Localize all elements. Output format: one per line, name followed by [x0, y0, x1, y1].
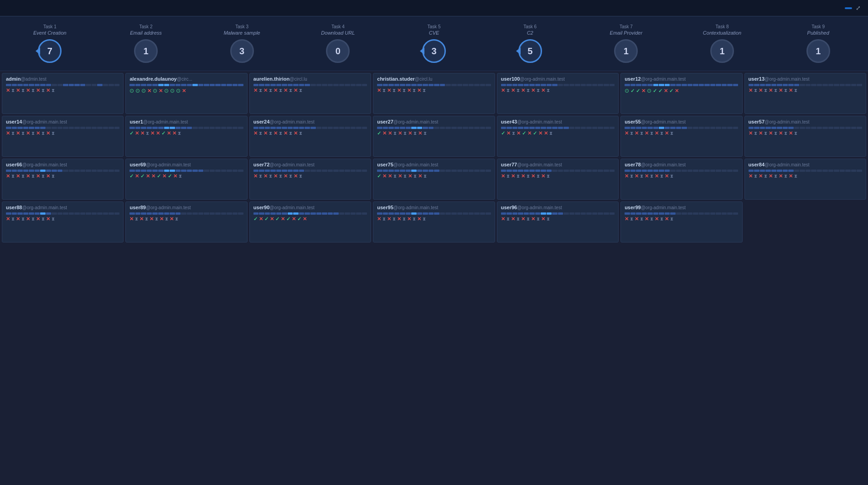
task-name-2: Email address — [130, 30, 162, 36]
status-hourglass: ⧗ — [670, 131, 673, 136]
status-circle-check: ⊙ — [129, 88, 134, 94]
user-card: user27@org-admin.main.test✓✕✕⧗✕⧗✕⧗✕⧗ — [373, 116, 495, 157]
task-circle-2[interactable]: 1 — [134, 39, 158, 63]
user-name: user72@org-admin.main.test — [253, 162, 367, 167]
status-cross: ✕ — [408, 173, 412, 179]
status-cross: ✕ — [6, 216, 10, 222]
status-cross: ✕ — [382, 130, 387, 136]
status-hourglass: ⧗ — [754, 174, 757, 179]
user-card: user55@org-admin.main.test✕⧗✕⧗✕⧗✕⧗✕⧗ — [620, 116, 742, 157]
status-hourglass: ⧗ — [517, 88, 520, 93]
status-hourglass: ⧗ — [517, 217, 520, 222]
task-circle-9[interactable]: 1 — [806, 39, 830, 63]
user-card: user13@org-admin.main.test✕⧗✕⧗✕⧗✕⧗✕⧗ — [744, 73, 866, 114]
task-item-4[interactable]: Task 4Download URL0 — [290, 16, 386, 71]
user-card: user99@org-admin.main.test✕⧗✕⧗✕⧗✕⧗✕⧗ — [620, 201, 742, 242]
task-circle-5[interactable]: 3 — [422, 39, 446, 63]
status-cross: ✕ — [36, 173, 40, 179]
status-hourglass: ⧗ — [650, 131, 653, 136]
status-circle-check: ⊙ — [153, 88, 157, 94]
task-item-7[interactable]: Task 7Email Provider1 — [578, 16, 674, 71]
task-item-1[interactable]: Task 1Event Creation7 — [2, 16, 98, 71]
status-cross: ✕ — [665, 216, 669, 222]
expand-icon[interactable]: ⤢ — [856, 5, 861, 11]
status-cross: ✕ — [398, 173, 402, 179]
user-card: user1@org-admin.main.test✓✕✕⧗✕✕✓✕✕⧗ — [125, 116, 247, 157]
status-check: ✓ — [286, 216, 290, 222]
status-hourglass: ⧗ — [289, 174, 292, 179]
status-cross: ✕ — [274, 88, 278, 93]
task-item-3[interactable]: Task 3Malware sample3 — [194, 16, 290, 71]
status-cross: ✕ — [521, 88, 525, 93]
task-label-1: Task 1 — [43, 24, 57, 29]
status-circle-check: ⊙ — [170, 88, 175, 94]
user-name: user78@org-admin.main.test — [625, 162, 738, 167]
status-hourglass: ⧗ — [382, 217, 386, 222]
task-name-3: Malware sample — [224, 30, 260, 36]
status-cross: ✕ — [36, 130, 40, 136]
status-cross: ✕ — [46, 130, 50, 136]
status-hourglass: ⧗ — [506, 88, 510, 93]
status-hourglass: ⧗ — [784, 174, 787, 179]
task-circle-8[interactable]: 1 — [710, 39, 734, 63]
task-item-2[interactable]: Task 2Email address1 — [98, 16, 194, 71]
status-cross: ✕ — [418, 130, 422, 136]
task-item-9[interactable]: Task 9Published1 — [770, 16, 866, 71]
status-hourglass: ⧗ — [41, 88, 45, 93]
status-cross: ✕ — [665, 173, 669, 179]
task-circle-3[interactable]: 3 — [230, 39, 254, 63]
status-cross: ✕ — [531, 173, 535, 179]
status-hourglass: ⧗ — [11, 88, 15, 93]
status-hourglass: ⧗ — [547, 174, 550, 179]
task-circle-7[interactable]: 1 — [614, 39, 638, 63]
status-hourglass: ⧗ — [21, 217, 25, 222]
status-check: ✓ — [168, 173, 172, 179]
status-cross: ✕ — [36, 88, 40, 93]
status-hourglass: ⧗ — [650, 174, 653, 179]
status-cross: ✕ — [264, 173, 268, 179]
user-card: user77@org-admin.main.test✕⧗✕⧗✕⧗✕⧗✕⧗ — [497, 159, 619, 200]
status-hourglass: ⧗ — [527, 174, 530, 179]
user-card: user12@org-admin.main.test⊙✓✓✕⊙✓✓✕✓✕ — [620, 73, 742, 114]
task-item-6[interactable]: Task 6C25 — [482, 16, 578, 71]
status-cross: ✕ — [779, 88, 783, 93]
task-circle-1[interactable]: 7 — [38, 39, 62, 63]
status-cross: ✕ — [749, 88, 753, 93]
task-bar: Task 1Event Creation7Task 2Email address… — [0, 16, 868, 71]
status-cross: ✕ — [156, 130, 160, 136]
status-hourglass: ⧗ — [630, 217, 633, 222]
status-hourglass: ⧗ — [279, 131, 282, 136]
status-hourglass: ⧗ — [259, 88, 262, 93]
status-cross: ✕ — [531, 88, 535, 93]
status-cross: ✕ — [759, 173, 763, 179]
status-check: ✓ — [377, 130, 381, 136]
user-name: user100@org-admin.main.test — [501, 76, 615, 82]
status-cross: ✕ — [511, 216, 515, 222]
task-item-5[interactable]: Task 5CVE3 — [386, 16, 482, 71]
task-label-2: Task 2 — [140, 24, 153, 29]
task-circle-6[interactable]: 5 — [518, 39, 542, 63]
user-name: user95@org-admin.main.test — [377, 205, 491, 210]
status-check: ✓ — [253, 216, 258, 222]
task-item-8[interactable]: Task 8Contextualization1 — [674, 16, 770, 71]
status-hourglass: ⧗ — [660, 174, 663, 179]
status-cross: ✕ — [36, 216, 40, 222]
status-cross: ✕ — [417, 88, 421, 93]
status-cross: ✕ — [16, 88, 20, 93]
level-badge[interactable] — [845, 7, 852, 9]
status-hourglass: ⧗ — [299, 88, 302, 93]
status-hourglass: ⧗ — [640, 217, 643, 222]
user-card: user90@org-admin.main.test✓✕✓✕✓✕✓✕✓✕ — [249, 201, 371, 242]
status-hourglass: ⧗ — [41, 131, 45, 136]
status-hourglass: ⧗ — [424, 131, 427, 136]
status-check: ✓ — [140, 173, 145, 179]
task-circle-4[interactable]: 0 — [326, 39, 350, 63]
status-hourglass: ⧗ — [794, 131, 797, 136]
status-cross: ✕ — [294, 88, 298, 93]
status-cross: ✕ — [294, 173, 298, 179]
status-hourglass: ⧗ — [21, 88, 25, 93]
task-name-8: Contextualization — [703, 30, 741, 36]
status-hourglass: ⧗ — [754, 131, 757, 136]
status-hourglass: ⧗ — [774, 88, 777, 93]
status-cross: ✕ — [418, 173, 422, 179]
